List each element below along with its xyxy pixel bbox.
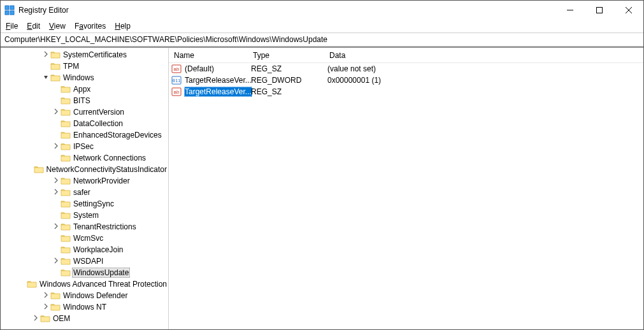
registry-editor-window: Registry Editor File Edit View Favorites…: [0, 0, 644, 330]
tree-item[interactable]: Network Connections: [1, 152, 168, 164]
folder-icon: [61, 211, 71, 220]
column-header-type[interactable]: Type: [248, 48, 324, 62]
value-row[interactable]: ab(Default)REG_SZ(value not set): [169, 63, 643, 75]
minimize-button[interactable]: [555, 1, 585, 20]
folder-icon: [61, 108, 71, 117]
tree-pane[interactable]: SystemCertificatesTPMWindowsAppxBITSCurr…: [1, 48, 169, 329]
tree-item-label: WorkplaceJoin: [72, 245, 124, 254]
chevron-right-icon[interactable]: [41, 303, 50, 311]
tree-item[interactable]: safer: [1, 187, 168, 198]
menu-view[interactable]: View: [49, 22, 66, 31]
value-row[interactable]: 011TargetReleaseVer...REG_DWORD0x0000000…: [169, 75, 643, 86]
column-header-name[interactable]: Name: [169, 48, 248, 62]
folder-icon: [61, 222, 71, 231]
tree-item[interactable]: TenantRestrictions: [1, 221, 168, 233]
maximize-button[interactable]: [585, 1, 614, 20]
folder-icon: [61, 96, 71, 105]
value-data: (value not set): [327, 64, 376, 73]
folder-icon: [61, 245, 71, 254]
value-name: TargetReleaseVer...: [184, 87, 252, 97]
tree-item[interactable]: SystemCertificates: [1, 49, 168, 61]
column-header-data[interactable]: Data: [324, 48, 579, 62]
tree-item[interactable]: OEM: [1, 313, 168, 324]
tree-item[interactable]: SettingSync: [1, 198, 168, 210]
tree-item-label: EnhancedStorageDevices: [72, 131, 163, 140]
tree-item[interactable]: TPM: [1, 61, 168, 72]
tree-item[interactable]: Appx: [1, 83, 168, 95]
tree-item[interactable]: Windows NT: [1, 301, 168, 313]
tree-item[interactable]: System: [1, 210, 168, 221]
address-text: Computer\HKEY_LOCAL_MACHINE\SOFTWARE\Pol…: [4, 35, 327, 44]
menu-edit[interactable]: Edit: [27, 22, 40, 31]
tree-item-label: Windows Advanced Threat Protection: [38, 280, 168, 289]
tree-item[interactable]: WcmSvc: [1, 233, 168, 244]
list-header: Name Type Data: [169, 48, 643, 63]
svg-text:ab: ab: [174, 89, 180, 95]
menubar: File Edit View Favorites Help: [1, 20, 643, 32]
tree-item-label: BITS: [72, 96, 92, 105]
tree-item[interactable]: Windows: [1, 72, 168, 83]
menu-help[interactable]: Help: [115, 22, 131, 31]
folder-icon: [61, 119, 71, 128]
chevron-down-icon[interactable]: [41, 74, 50, 82]
menu-favorites[interactable]: Favorites: [75, 22, 106, 31]
tree-item-label: Network Connections: [72, 154, 147, 162]
folder-icon: [61, 85, 71, 94]
regedit-icon: [4, 5, 15, 15]
folder-icon: [27, 280, 37, 289]
body: SystemCertificatesTPMWindowsAppxBITSCurr…: [1, 47, 643, 329]
folder-icon: [61, 188, 71, 197]
folder-icon: [61, 176, 71, 185]
string-value-icon: ab: [171, 64, 182, 74]
folder-icon: [34, 165, 44, 174]
tree-item[interactable]: EnhancedStorageDevices: [1, 129, 168, 141]
tree-item-label: IPSec: [72, 142, 95, 151]
chevron-right-icon[interactable]: [52, 189, 61, 196]
tree-item[interactable]: CurrentVersion: [1, 106, 168, 118]
chevron-right-icon[interactable]: [52, 108, 61, 116]
tree-item[interactable]: NetworkProvider: [1, 175, 168, 187]
tree-item[interactable]: Windows Defender: [1, 290, 168, 301]
tree-item-label: CurrentVersion: [72, 108, 125, 117]
folder-icon: [61, 268, 71, 277]
tree-item[interactable]: Windows Advanced Threat Protection: [1, 278, 168, 290]
tree-item[interactable]: WindowsUpdate: [1, 267, 168, 278]
tree-item-label: WindowsUpdate: [72, 268, 130, 278]
tree-item[interactable]: WSDAPI: [1, 255, 168, 267]
chevron-right-icon[interactable]: [52, 143, 61, 150]
chevron-right-icon[interactable]: [52, 177, 61, 185]
svg-text:ab: ab: [174, 66, 180, 72]
value-data: [327, 87, 328, 96]
tree-item-label: TPM: [62, 62, 80, 71]
value-name: (Default): [184, 64, 215, 73]
titlebar[interactable]: Registry Editor: [1, 1, 643, 20]
tree-item[interactable]: BITS: [1, 95, 168, 106]
list-body[interactable]: ab(Default)REG_SZ(value not set)011Targe…: [169, 63, 643, 329]
tree-item[interactable]: WorkplaceJoin: [1, 244, 168, 255]
folder-icon: [61, 257, 71, 266]
tree-item-label: TenantRestrictions: [72, 222, 138, 231]
folder-icon: [40, 314, 50, 323]
folder-icon: [50, 291, 61, 300]
address-bar[interactable]: Computer\HKEY_LOCAL_MACHINE\SOFTWARE\Pol…: [1, 32, 643, 47]
tree-item[interactable]: IPSec: [1, 141, 168, 152]
window-title: Registry Editor: [18, 6, 555, 15]
binary-value-icon: 011: [171, 75, 182, 85]
close-button[interactable]: [614, 1, 643, 20]
chevron-right-icon[interactable]: [52, 223, 61, 231]
svg-rect-2: [5, 11, 9, 15]
folder-icon: [61, 154, 71, 162]
chevron-right-icon[interactable]: [41, 51, 50, 59]
chevron-right-icon[interactable]: [41, 292, 50, 299]
value-row[interactable]: abTargetReleaseVer...REG_SZ: [169, 86, 643, 97]
chevron-right-icon[interactable]: [31, 315, 40, 322]
menu-file[interactable]: File: [6, 22, 18, 31]
tree-item-label: safer: [72, 188, 92, 197]
folder-icon: [61, 142, 71, 151]
tree-item-label: NetworkConnectivityStatusIndicator: [45, 165, 168, 174]
tree-item[interactable]: DataCollection: [1, 118, 168, 129]
chevron-right-icon[interactable]: [52, 257, 61, 265]
tree-item[interactable]: NetworkConnectivityStatusIndicator: [1, 164, 168, 175]
tree-item-label: System: [72, 211, 100, 220]
tree-item-label: OEM: [52, 314, 71, 323]
